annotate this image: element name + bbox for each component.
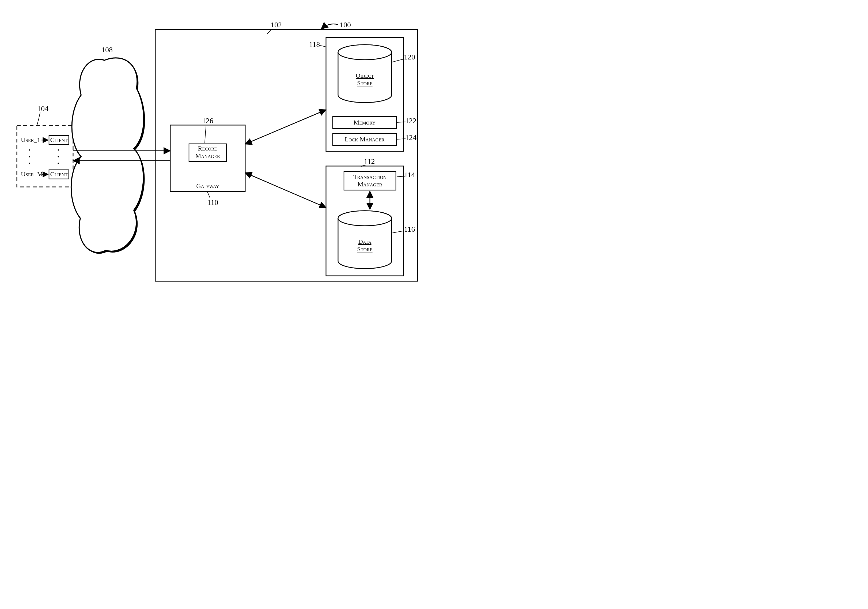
ref-memory: 122 [405,117,417,125]
ref-cloud: 108 [101,45,113,54]
gateway-label: Gateway [196,182,219,190]
data-store-label-2: Store [357,245,372,253]
data-store-cylinder: Data Store [338,211,392,269]
data-store-label-1: Data [358,238,372,245]
arrow-gateway-object [245,110,326,144]
svg-point-8 [58,163,59,164]
ref-client-block: 104 [37,104,48,113]
user-last-label: User_M [21,171,43,177]
memory-label: Memory [353,119,375,126]
svg-point-19 [338,211,392,226]
cloud-icon: 108 [71,45,145,253]
ref-data-store: 116 [404,225,415,233]
svg-point-5 [29,163,30,164]
client-label-1: Client [50,136,68,143]
ref-record-manager: 126 [202,117,213,125]
ref-lock-manager: 124 [405,134,417,142]
svg-point-6 [58,149,59,151]
svg-point-7 [58,156,59,157]
lock-manager-label: Lock Manager [345,136,384,143]
svg-point-4 [29,156,30,157]
svg-point-3 [29,149,30,151]
object-store-label-2: Store [357,79,372,87]
object-store-cylinder: Object Store [338,45,392,103]
storage-block: 112 Transaction Manager 114 Data Store 1… [326,157,415,276]
svg-rect-0 [17,125,73,187]
client-block: 104 User_1 Client User_M Client [17,104,73,187]
ref-object-block: 118 [309,40,320,48]
svg-point-16 [338,45,392,60]
record-manager-label-1: Record [198,145,218,152]
ref-storage-block: 112 [364,157,375,166]
transaction-label-2: Manager [358,181,383,188]
record-manager-label-2: Manager [195,152,220,159]
ref-system: 100 [321,21,351,29]
ref-object-store: 120 [404,53,415,61]
gateway-block: Gateway 110 Record Manager 126 [170,117,245,207]
ref-server-block: 102 [271,21,282,29]
object-store-block: 118 Object Store 120 Memory 122 Lock Man… [309,37,417,151]
user-first-label: User_1 [21,136,40,143]
client-label-m: Client [50,171,68,177]
svg-text:100: 100 [339,21,351,29]
ref-txn-manager: 114 [404,171,415,179]
transaction-label-1: Transaction [353,173,386,180]
ref-gateway: 110 [208,198,219,207]
object-store-label-1: Object [356,72,374,79]
arrow-gateway-storage [245,173,326,208]
